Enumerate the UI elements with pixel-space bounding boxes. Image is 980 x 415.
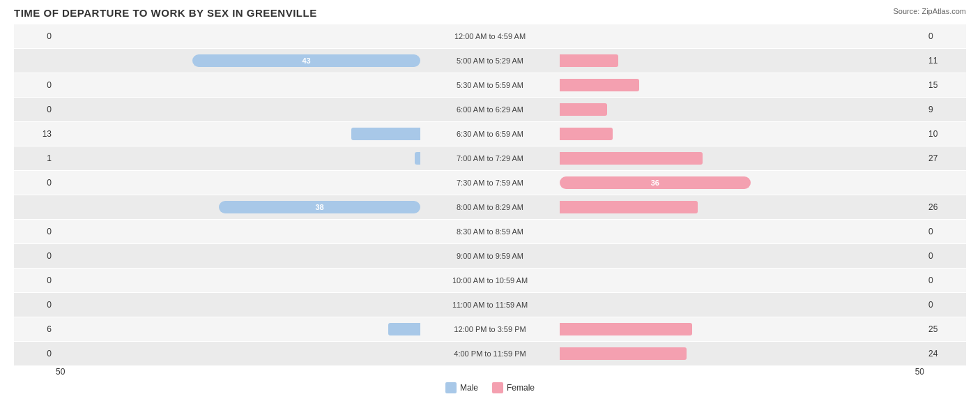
time-label: 8:30 AM to 8:59 AM	[420, 227, 560, 236]
time-label: 5:00 AM to 5:29 AM	[420, 56, 560, 65]
male-bar	[415, 152, 420, 165]
legend-female-label: Female	[507, 383, 535, 393]
legend: Male Female	[14, 382, 966, 393]
female-side: 36	[560, 171, 924, 195]
female-bar: 36	[560, 176, 751, 189]
female-side	[560, 122, 924, 146]
female-bar	[560, 323, 692, 335]
chart-row: 38 8:00 AM to 8:29 AM 26	[14, 195, 966, 219]
right-value: 27	[924, 153, 966, 163]
bars-wrapper: 5:30 AM to 5:59 AM	[56, 73, 924, 97]
female-side	[560, 73, 924, 97]
right-value: 9	[924, 105, 966, 114]
right-value: 0	[924, 251, 966, 261]
axis-right-label: 50	[915, 367, 924, 377]
chart-row: 0 5:30 AM to 5:59 AM 15	[14, 73, 966, 97]
right-value: 10	[924, 129, 966, 139]
female-side	[560, 220, 924, 243]
bars-wrapper: 4:00 PM to 11:59 PM	[56, 342, 924, 365]
female-side	[560, 49, 924, 73]
male-bar: 38	[219, 201, 420, 213]
bars-wrapper: 10:00 AM to 10:59 AM	[56, 269, 924, 292]
chart-area: 0 12:00 AM to 4:59 AM 0 43	[14, 24, 966, 365]
male-side: 38	[56, 195, 420, 219]
chart-row: 0 7:30 AM to 7:59 AM 36	[14, 171, 966, 195]
right-value: 26	[924, 202, 966, 212]
male-side	[56, 73, 420, 97]
bars-wrapper: 9:00 AM to 9:59 AM	[56, 244, 924, 268]
chart-row: 6 12:00 PM to 3:59 PM 25	[14, 317, 966, 341]
left-value: 13	[14, 129, 56, 139]
chart-row: 1 7:00 AM to 7:29 AM 27	[14, 146, 966, 170]
left-value: 0	[14, 80, 56, 90]
bars-wrapper: 43 5:00 AM to 5:29 AM	[56, 49, 924, 73]
female-side	[560, 146, 924, 170]
male-side	[56, 146, 420, 170]
left-value: 0	[14, 178, 56, 188]
legend-male: Male	[445, 382, 478, 393]
male-side	[56, 342, 420, 365]
female-bar	[560, 347, 687, 360]
time-label: 6:00 AM to 6:29 AM	[420, 105, 560, 114]
male-bar-label: 38	[311, 203, 328, 211]
male-bar	[388, 323, 420, 335]
female-side	[560, 269, 924, 292]
female-side	[560, 244, 924, 268]
female-bar	[560, 201, 698, 213]
bars-wrapper: 11:00 AM to 11:59 AM	[56, 293, 924, 317]
bars-wrapper: 7:30 AM to 7:59 AM 36	[56, 171, 924, 195]
right-value: 24	[924, 349, 966, 359]
legend-female-box	[492, 382, 503, 393]
male-bar-label: 43	[298, 56, 314, 65]
male-side	[56, 293, 420, 317]
time-label: 12:00 PM to 3:59 PM	[420, 325, 560, 333]
right-value: 0	[924, 227, 966, 236]
chart-row: 13 6:30 AM to 6:59 AM 10	[14, 122, 966, 146]
bars-wrapper: 7:00 AM to 7:29 AM	[56, 146, 924, 170]
male-bar: 43	[192, 54, 420, 67]
time-label: 8:00 AM to 8:29 AM	[420, 203, 560, 211]
female-bar	[560, 79, 639, 91]
right-value: 25	[924, 324, 966, 334]
right-value: 0	[924, 276, 966, 285]
bars-wrapper: 12:00 AM to 4:59 AM	[56, 24, 924, 48]
male-side	[56, 317, 420, 341]
male-side: 43	[56, 49, 420, 73]
male-side	[56, 171, 420, 195]
male-bar	[351, 128, 420, 140]
left-value: 0	[14, 31, 56, 41]
chart-title: TIME OF DEPARTURE TO WORK BY SEX IN GREE…	[14, 7, 966, 19]
female-side	[560, 342, 924, 365]
legend-female: Female	[492, 382, 535, 393]
time-label: 10:00 AM to 10:59 AM	[420, 276, 560, 285]
legend-male-box	[445, 382, 457, 393]
female-side	[560, 293, 924, 317]
right-value: 0	[924, 300, 966, 310]
chart-row: 43 5:00 AM to 5:29 AM 11	[14, 49, 966, 73]
time-label: 4:00 PM to 11:59 PM	[420, 349, 560, 358]
time-label: 5:30 AM to 5:59 AM	[420, 81, 560, 89]
right-value: 0	[924, 31, 966, 41]
chart-row: 0 6:00 AM to 6:29 AM 9	[14, 98, 966, 121]
male-side	[56, 269, 420, 292]
chart-row: 0 4:00 PM to 11:59 PM 24	[14, 342, 966, 365]
bars-wrapper: 8:30 AM to 8:59 AM	[56, 220, 924, 243]
male-side	[56, 220, 420, 243]
left-value: 0	[14, 276, 56, 285]
right-value: 15	[924, 80, 966, 90]
female-bar	[560, 152, 703, 165]
female-side	[560, 317, 924, 341]
source-label: Source: ZipAtlas.com	[893, 7, 966, 15]
female-bar-label: 36	[647, 179, 664, 187]
time-label: 11:00 AM to 11:59 AM	[420, 301, 560, 309]
bars-wrapper: 6:30 AM to 6:59 AM	[56, 122, 924, 146]
time-label: 9:00 AM to 9:59 AM	[420, 252, 560, 260]
left-value: 0	[14, 300, 56, 310]
male-side	[56, 24, 420, 48]
axis-left-label: 50	[56, 367, 65, 377]
legend-male-label: Male	[460, 383, 478, 393]
time-label: 7:30 AM to 7:59 AM	[420, 179, 560, 187]
left-value: 6	[14, 324, 56, 334]
bars-wrapper: 12:00 PM to 3:59 PM	[56, 317, 924, 341]
female-side	[560, 24, 924, 48]
